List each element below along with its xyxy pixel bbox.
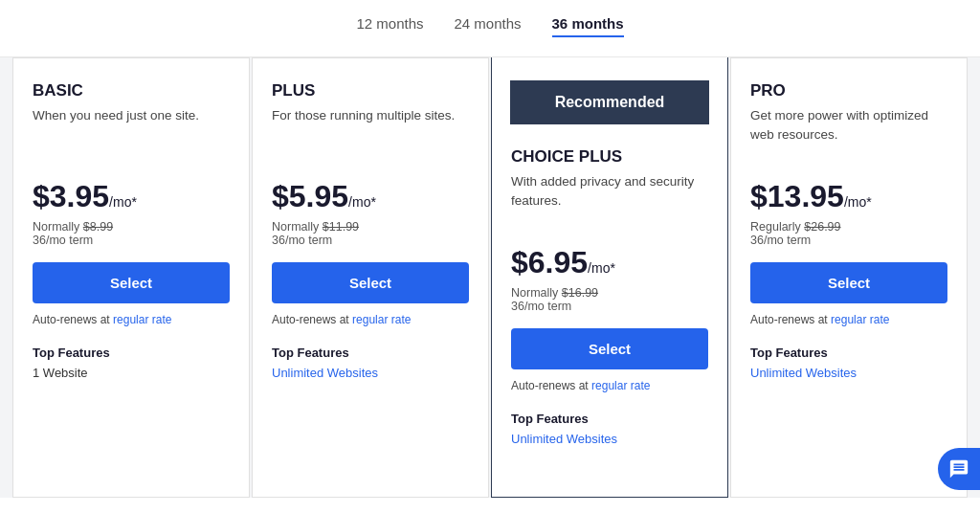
plan-plus-price: $5.95 [272,179,348,213]
plan-choice-plus-features-label: Top Features [511,412,708,426]
chat-bubble[interactable] [938,448,980,490]
plan-choice-plus-term: 36/mo term [511,300,708,313]
plan-plus-desc: For those running multiple sites. [272,106,469,160]
plan-pro-price: $13.95 [750,179,844,213]
plan-basic: BASIC When you need just one site. $3.95… [12,57,250,498]
plan-plus-per: /mo* [348,194,376,210]
chat-icon [948,458,969,480]
select-button-plus[interactable]: Select [272,262,469,303]
plan-pro-features-label: Top Features [750,346,947,360]
select-button-basic[interactable]: Select [33,262,230,303]
plan-pro-normal: Regularly $26.99 [750,220,947,234]
plan-basic-name: BASIC [33,81,230,100]
plan-plus-normal: Normally $11.99 [272,220,469,234]
plan-plus-features-label: Top Features [272,346,469,360]
plan-choice-plus-autorenew: Auto-renews at regular rate [511,379,708,392]
tab-24months[interactable]: 24 months [454,15,521,37]
plan-basic-per: /mo* [109,194,137,210]
plan-choice-plus-feature-1: Unlimited Websites [511,432,708,446]
plan-choice-plus: Recommended CHOICE PLUS With added priva… [491,57,728,498]
plan-choice-plus-price-block: $6.95/mo* [511,245,708,280]
plan-pro-autorenew: Auto-renews at regular rate [750,313,947,326]
plan-basic-desc: When you need just one site. [33,106,230,160]
tab-36months[interactable]: 36 months [552,15,624,37]
plan-pro-price-block: $13.95/mo* [750,179,947,214]
plan-choice-plus-per: /mo* [588,260,615,276]
plan-plus-autorenew: Auto-renews at regular rate [272,313,469,326]
plan-basic-price-block: $3.95/mo* [33,179,230,214]
plan-basic-term: 36/mo term [33,234,230,247]
tab-12months[interactable]: 12 months [356,15,423,37]
pricing-plans: BASIC When you need just one site. $3.95… [0,57,980,498]
plan-plus-term: 36/mo term [272,234,469,247]
select-button-choice-plus[interactable]: Select [511,328,708,369]
plan-choice-plus-price: $6.95 [511,245,588,279]
plan-choice-plus-name: CHOICE PLUS [511,147,708,167]
plan-basic-autorenew: Auto-renews at regular rate [33,313,230,326]
plan-pro-regular-rate-link[interactable]: regular rate [831,313,889,326]
plan-choice-plus-regular-rate-link[interactable]: regular rate [591,379,650,392]
plan-plus-price-block: $5.95/mo* [272,179,469,214]
plan-choice-plus-desc: With added privacy and security features… [511,172,708,226]
plan-pro-name: PRO [750,81,947,100]
plan-pro-term: 36/mo term [750,234,947,247]
plan-pro-per: /mo* [844,194,872,210]
plan-pro: PRO Get more power with optimized web re… [730,57,968,498]
plan-plus-regular-rate-link[interactable]: regular rate [352,313,411,326]
plan-basic-price: $3.95 [33,179,109,213]
plan-basic-regular-rate-link[interactable]: regular rate [113,313,171,326]
plan-plus-name: PLUS [272,81,469,100]
plan-basic-features-label: Top Features [33,346,230,360]
recommended-banner: Recommended [510,80,709,124]
plan-basic-feature-1: 1 Website [33,366,230,380]
select-button-pro[interactable]: Select [750,262,947,303]
plan-basic-normal: Normally $8.99 [33,220,230,234]
plan-pro-feature-1: Unlimited Websites [750,366,947,380]
plan-plus-feature-1: Unlimited Websites [272,366,469,380]
plan-pro-desc: Get more power with optimized web resour… [750,106,947,160]
plan-plus: PLUS For those running multiple sites. $… [252,57,489,498]
plan-choice-plus-normal: Normally $16.99 [511,286,708,300]
period-selector: 12 months 24 months 36 months [0,0,980,57]
